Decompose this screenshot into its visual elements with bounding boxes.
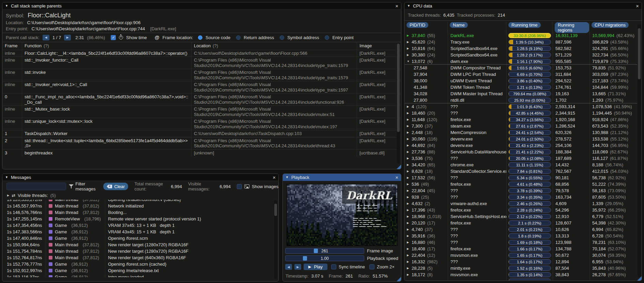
collapse-icon[interactable]: ▼ <box>5 4 8 7</box>
expand-icon[interactable]: ▶ <box>407 247 411 250</box>
cpu-row[interactable]: ▶ 4,632 (2) vmware-authd.exe 2.46 s (0.2… <box>405 200 637 207</box>
message-row[interactable]: 1s 120,333,272ns Main thread (37,812) Op… <box>3 200 278 203</box>
prev-stack-button[interactable]: ◀ <box>43 35 49 40</box>
message-row[interactable]: 1s 150,994,64ns Main thread (37,812) New… <box>3 242 278 248</box>
expand-icon[interactable]: ▶ <box>407 112 411 115</box>
play-button[interactable]: ▶ Play <box>304 264 327 270</box>
col-name[interactable]: Name <box>450 22 468 28</box>
cpu-row[interactable]: ▶ 20,120 (17) firefox.exe 2.1 s (0.22%) … <box>405 220 637 226</box>
expand-icon[interactable]: ▶ <box>407 241 411 244</box>
cpu-titlebar[interactable]: ▼ CPU data × <box>404 2 642 10</box>
cpu-row[interactable]: ▶ 17,396 (43) firefox.exe 2.28 s (0.24%)… <box>405 207 637 213</box>
next-stack-button[interactable]: ▶ <box>64 35 71 40</box>
radio-entry-point[interactable] <box>325 35 329 40</box>
messages-scrollbar-thumb[interactable] <box>274 204 277 216</box>
callstack-row[interactable]: inline Floor::CalcLight::__l4::<lambda_5… <box>2 50 401 57</box>
message-row[interactable]: 1s 145,557,997ns Main thread (37,812) Ne… <box>3 203 278 209</box>
cpu-scrollbar-thumb[interactable] <box>638 28 641 79</box>
expand-icon[interactable]: ▶ <box>407 137 411 140</box>
expand-icon[interactable]: ▶ <box>407 267 411 270</box>
cpu-row[interactable]: ▶ 28,228 (5) mintty.exe 1.52 s (0.16%) 8… <box>405 265 637 271</box>
cpu-row[interactable]: ▶ 3,536 (75) ??? 20.05 s (2.08%) 187,689… <box>405 155 637 162</box>
col-pid-tid[interactable]: PID/TID <box>407 22 428 28</box>
radio-source-code[interactable] <box>198 35 202 40</box>
callstack-row[interactable]: inline std::_Invoker_ret<void,1>::_Call … <box>2 81 401 93</box>
cpu-row[interactable]: 27,548 DWM Compositor Thread 1:03.5 (6.6… <box>405 65 637 71</box>
cpu-row[interactable]: ▶ 37,840 (55) DarkRL.exe 33:30.8 (208.96… <box>405 32 637 39</box>
callstack-row[interactable]: inline std::invoke C:\Program Files (x86… <box>2 69 401 81</box>
cpu-row[interactable]: ▶ 16,332 (982) ??? 1.64 s (0.17%) 12,894… <box>405 259 637 265</box>
cpu-row[interactable]: ▶ 16,880 (46) ??? 1.69 s (0.18%) 123,988… <box>405 239 637 246</box>
expand-icon[interactable]: ▶ <box>407 131 411 134</box>
expand-icon[interactable]: ▶ <box>407 105 411 108</box>
col-cpu-migrations[interactable]: CPU migrations <box>592 22 629 28</box>
expand-icon[interactable]: ▼ <box>407 60 411 63</box>
cpu-row[interactable]: ▶ 35,916 (36) ??? 1.8 s (0.19%) 13,313 6… <box>405 233 637 239</box>
cpu-row[interactable]: ▶ 8,628 (18) StandardCollector.Service.e… <box>405 168 637 174</box>
col-running-time[interactable]: Running time <box>508 22 541 28</box>
cpu-row[interactable]: ▶ 928 (25) ??? 3.34 s (0.35%) 163,734 87… <box>405 194 637 200</box>
show-time-checkbox[interactable]: ✓ <box>111 35 116 40</box>
expand-icon[interactable]: ▶ <box>407 34 411 37</box>
resize-grip[interactable] <box>397 165 401 169</box>
message-row[interactable]: 1s 152,912,997ns Game (36,912) Opening /… <box>3 267 278 274</box>
expand-icon[interactable]: ▶ <box>407 144 411 147</box>
message-row[interactable]: 1s 147,383,566ns Game (36,912) VRAM 43x4… <box>3 229 278 235</box>
cpu-row[interactable]: ▶ 4 (120) ??? 1:01.9 (6.43%) 2,593,314 1… <box>405 103 637 110</box>
expand-icon[interactable]: ▶ <box>407 280 411 280</box>
message-row[interactable]: 1s 147,354,456ns Game (36,912) VRAM 37x4… <box>3 222 278 229</box>
cpu-row[interactable]: 41,348 DWM Token Thread 1.21 s (0.13%) 1… <box>405 84 637 90</box>
cpu-row[interactable]: ▶ 22,404 (12) msvsmon.exe 1.65 s (0.17%)… <box>405 252 637 259</box>
callstack-row[interactable]: 3 beginthreadex [unknown] [ucrtbase.dll] <box>2 149 401 156</box>
sync-timeline-checkbox[interactable]: ✓ <box>331 264 336 269</box>
message-row[interactable]: 1s 152,764,817ns Main thread (37,812) Ne… <box>3 254 278 261</box>
callstack-row[interactable]: inline std::_Mutex_base::lock C:\Program… <box>2 105 401 118</box>
expand-icon[interactable]: ▶ <box>407 189 411 192</box>
cpu-row[interactable]: ▶ 18,460 (20) ??? 42.85 s (4.45%) 2,344,… <box>405 110 637 116</box>
callstack-row[interactable]: 2 std::thread::_Invoke<std::tuple<<lambd… <box>2 137 401 149</box>
collapse-icon[interactable]: ▼ <box>5 176 8 179</box>
cpu-row[interactable]: ▶ 2,448 (18) MemCompression 24.41 s (2.5… <box>405 129 637 136</box>
message-row[interactable]: 1s 147,400,846ns Game (36,912) Opening /… <box>3 235 278 242</box>
cpu-row[interactable]: ▶ 11,648 (120) firefox.exe 34.27 s (3.56… <box>405 116 637 123</box>
cpu-row[interactable]: ▶ 7,300 (37) steam.exe 27.61 s (2.87%) 1… <box>405 123 637 129</box>
resize-grip[interactable] <box>397 277 401 281</box>
cpu-row[interactable]: 27,800 ntdll.dll 25.93 ms (0.00%) 1,702 … <box>405 97 637 103</box>
callstack-table-header[interactable]: Frame Function(?) Location(?) Image <box>2 42 401 50</box>
cpu-row[interactable]: ▶ 536 (49) firefox.exe 4.61 s (0.48%) 68… <box>405 181 637 187</box>
cpu-row[interactable]: ▶ 18,968 (1,018) ServiceHub.SettingsHost… <box>405 213 637 220</box>
expand-icon[interactable]: ▶ <box>407 170 411 173</box>
expand-icon[interactable]: ▶ <box>407 196 411 199</box>
close-icon[interactable]: × <box>395 175 398 180</box>
callstack-row[interactable]: 1 TaskDispatch::Worker C:\Users\wolf\Des… <box>2 130 401 137</box>
frame-image-slider[interactable]: 261 <box>285 248 364 254</box>
callstack-titlebar[interactable]: ▼ Call stack sample parents × <box>2 2 401 10</box>
expand-icon[interactable]: ▶ <box>407 183 411 186</box>
message-row[interactable]: 1s 146,576,766ns Main thread (37,812) Bo… <box>3 209 278 216</box>
expand-icon[interactable]: ▶ <box>407 228 411 231</box>
cpu-row[interactable]: ▶ 10,816 (64) ScriptedSandbox64.exe 1:28… <box>405 45 637 52</box>
close-icon[interactable]: × <box>273 175 276 180</box>
expand-icon[interactable]: ▶ <box>407 273 411 276</box>
expand-icon[interactable]: ▶ <box>407 124 411 128</box>
expand-icon[interactable]: ▶ <box>407 163 411 166</box>
callstack-scrollbar-thumb[interactable] <box>397 44 400 132</box>
cpu-row[interactable]: ▶ 4,740 (37) ??? 2.01 s (0.21%) 10,626 6… <box>405 226 637 233</box>
clear-button[interactable]: x Clear <box>103 183 128 190</box>
cpu-row[interactable]: 37,904 DWM LPC Port Thread 6.69 s (0.70%… <box>405 71 637 78</box>
zoom-2x-checkbox[interactable]: ✓ <box>369 264 374 269</box>
show-images-checkbox[interactable]: ✓ <box>237 184 242 189</box>
step-back-button[interactable]: ◀ <box>285 264 292 270</box>
message-row[interactable]: 1s 151,754,784ns Main thread (37,812) Ne… <box>3 248 278 254</box>
expand-icon[interactable]: ▶ <box>407 157 411 160</box>
expand-icon[interactable]: ▶ <box>407 260 411 263</box>
expand-icon[interactable]: ▶ <box>407 40 411 44</box>
cpu-row[interactable]: ▶ 18,172 (8) msvsmon.exe 1.35 s (0.14%) … <box>405 271 637 278</box>
expand-icon[interactable]: ▶ <box>407 150 411 153</box>
filter-input[interactable] <box>6 183 66 190</box>
cpu-row[interactable]: ▶ 44,692 (84) devenv.exe 21.43 s (2.23%)… <box>405 142 637 149</box>
cpu-row[interactable]: ▶ 22,804 (45) ??? 3.78 s (0.39%) 79,578 … <box>405 187 637 194</box>
callstack-row[interactable]: 0 std::_Func_impl_no_alloc<<lambda_5bc22… <box>2 93 401 105</box>
expand-icon[interactable]: ▶ <box>407 234 411 237</box>
expand-icon[interactable]: ▶ <box>407 215 411 218</box>
